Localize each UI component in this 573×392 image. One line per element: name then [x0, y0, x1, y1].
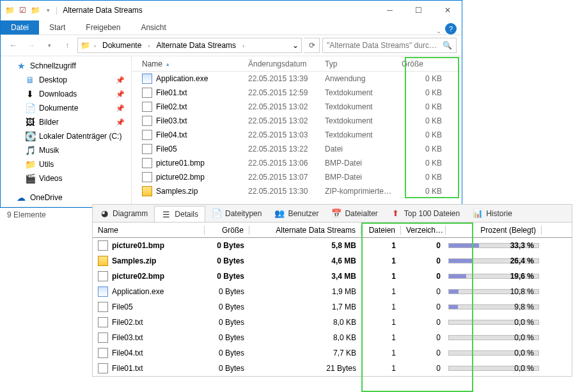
file-row[interactable]: picture02.bmp22.05.2015 13:07BMP-Datei0 … — [132, 170, 462, 184]
file-type: Textdokument — [321, 116, 398, 125]
sidebar-item-music[interactable]: 🎵Musik — [1, 143, 131, 157]
details-grid[interactable]: Name Größe Alternate Data Streams Dateie… — [93, 223, 572, 376]
bmp-icon — [142, 158, 152, 168]
maximize-button[interactable]: ☐ — [404, 1, 433, 20]
sidebar-item-utils[interactable]: 📁Utils — [1, 157, 131, 171]
users-icon: 👥 — [274, 208, 285, 219]
tab-start[interactable]: Start — [39, 20, 75, 35]
file-date: 22.05.2015 13:22 — [244, 145, 321, 153]
tab-filetypes[interactable]: 📄Dateitypen — [205, 206, 268, 221]
tab-file[interactable]: Datei — [1, 20, 39, 35]
refresh-button[interactable]: ⟳ — [304, 38, 320, 53]
file-row[interactable]: File02.txt22.05.2015 13:02Textdokument0 … — [132, 100, 462, 114]
row-ads: 5,8 MB — [249, 241, 361, 250]
row-pct: 0,0 % — [446, 349, 542, 357]
file-icon — [98, 302, 108, 312]
file-row[interactable]: Samples.zip22.05.2015 13:30ZIP-komprimie… — [132, 184, 462, 198]
exe-icon — [142, 74, 152, 84]
search-input[interactable]: 🔍 — [322, 38, 457, 53]
forward-button[interactable]: → — [24, 38, 39, 53]
column-type[interactable]: Typ — [321, 59, 398, 68]
sidebar-item-desktop[interactable]: 🖥Desktop📌 — [1, 73, 131, 87]
help-icon[interactable]: ? — [445, 23, 457, 35]
detail-row[interactable]: File01.txt0 Bytes21 Bytes100,0 % — [93, 361, 572, 376]
titlebar[interactable]: 📁 ☑ 📁 ▾ | Alternate Data Streams ─ ☐ ✕ — [1, 1, 462, 20]
search-field[interactable] — [327, 41, 443, 50]
breadcrumb[interactable]: 📁 › Dokumente › Alternate Data Streams ›… — [77, 38, 302, 53]
sidebar-item-onedrive[interactable]: ☁OneDrive — [1, 191, 131, 205]
file-size: 0 KB — [398, 159, 446, 168]
detail-row[interactable]: File03.txt0 Bytes8,0 KB100,0 % — [93, 330, 572, 345]
detail-row[interactable]: picture02.bmp0 Bytes3,4 MB1019,6 % — [93, 269, 572, 284]
col-pct[interactable]: Prozent (Belegt) — [446, 226, 542, 235]
minimize-button[interactable]: ─ — [375, 1, 404, 20]
breadcrumb-seg[interactable]: Alternate Data Streams — [153, 40, 239, 51]
properties-icon[interactable]: ☑ — [17, 5, 27, 15]
search-icon[interactable]: 🔍 — [443, 41, 452, 50]
recent-dropdown-icon[interactable]: ▾ — [42, 38, 57, 53]
column-size[interactable]: Größe — [398, 59, 446, 68]
detail-row[interactable]: File02.txt0 Bytes8,0 KB100,0 % — [93, 315, 572, 330]
col-name[interactable]: Name — [93, 226, 205, 235]
row-pct: 9,8 % — [446, 302, 542, 311]
detail-row[interactable]: Samples.zip0 Bytes4,6 MB1026,4 % — [93, 253, 572, 269]
col-size[interactable]: Größe — [205, 226, 249, 235]
row-files: 1 — [361, 333, 401, 342]
row-name: File01.txt — [112, 364, 143, 373]
up-button[interactable]: ↑ — [59, 38, 75, 53]
path-dropdown-icon[interactable]: ⌄ — [292, 41, 299, 50]
file-row[interactable]: picture01.bmp22.05.2015 13:06BMP-Datei0 … — [132, 156, 462, 170]
row-ads: 4,6 MB — [249, 256, 361, 265]
row-dirs: 0 — [401, 256, 446, 265]
sidebar-item-pictures[interactable]: 🖼Bilder📌 — [1, 115, 131, 129]
row-size: 0 Bytes — [205, 349, 249, 357]
col-dirs[interactable]: Verzeich… — [401, 226, 446, 235]
folder-icon: 📁 — [4, 5, 15, 15]
qat-dropdown-icon[interactable]: ▾ — [43, 5, 53, 15]
tab-age[interactable]: 📅Dateialter — [325, 206, 384, 221]
file-list[interactable]: Name▴ Änderungsdatum Typ Größe Applicati… — [132, 56, 462, 207]
file-row[interactable]: File04.txt22.05.2015 13:03Textdokument0 … — [132, 128, 462, 142]
column-date[interactable]: Änderungsdatum — [244, 59, 321, 68]
sidebar-item-videos[interactable]: 🎬Videos — [1, 171, 131, 185]
file-row[interactable]: File03.txt22.05.2015 13:02Textdokument0 … — [132, 114, 462, 128]
back-button[interactable]: ← — [6, 38, 21, 53]
column-name[interactable]: Name▴ — [138, 59, 244, 68]
file-type: BMP-Datei — [321, 159, 398, 168]
row-files: 1 — [361, 241, 401, 250]
tab-users[interactable]: 👥Benutzer — [268, 206, 325, 221]
sidebar-item-documents[interactable]: 📄Dokumente📌 — [1, 101, 131, 115]
detail-row[interactable]: File04.txt0 Bytes7,7 KB100,0 % — [93, 345, 572, 361]
row-dirs: 0 — [401, 302, 446, 311]
detail-row[interactable]: picture01.bmp0 Bytes5,8 MB1033,3 % — [93, 238, 572, 253]
breadcrumb-seg[interactable]: Dokumente — [100, 40, 144, 51]
new-folder-icon[interactable]: 📁 — [30, 5, 40, 15]
file-row[interactable]: File0522.05.2015 13:22Datei0 KB — [132, 142, 462, 156]
address-bar: ← → ▾ ↑ 📁 › Dokumente › Alternate Data S… — [1, 35, 462, 56]
row-pct: 26,4 % — [446, 256, 542, 265]
sidebar-item-localdisk[interactable]: 💽Lokaler Datenträger (C:) — [1, 129, 131, 143]
tab-view[interactable]: Ansicht — [130, 20, 176, 35]
file-row[interactable]: File01.txt22.05.2015 12:59Textdokument0 … — [132, 86, 462, 100]
tab-chart[interactable]: ◕Diagramm — [93, 206, 154, 221]
col-ads[interactable]: Alternate Data Streams — [249, 226, 361, 235]
sidebar-item-label: Desktop — [39, 75, 67, 84]
collapse-ribbon-icon[interactable]: ⌄ — [436, 27, 441, 35]
close-button[interactable]: ✕ — [433, 1, 462, 20]
detail-row[interactable]: Application.exe0 Bytes1,9 MB1010,8 % — [93, 284, 572, 299]
file-row[interactable]: Application.exe22.05.2015 13:39Anwendung… — [132, 72, 462, 86]
row-name: Application.exe — [112, 287, 164, 296]
navigation-pane[interactable]: ★Schnellzugriff 🖥Desktop📌 ⬇Downloads📌 📄D… — [1, 56, 132, 207]
sidebar-item-label: Musik — [39, 146, 59, 155]
tab-share[interactable]: Freigeben — [75, 20, 130, 35]
sidebar-item-downloads[interactable]: ⬇Downloads📌 — [1, 87, 131, 101]
sidebar-item-quickaccess[interactable]: ★Schnellzugriff — [1, 59, 131, 73]
row-pct: 0,0 % — [446, 364, 542, 373]
folder-icon: 📁 — [81, 41, 90, 50]
pin-icon: 📌 — [116, 90, 125, 98]
tab-details[interactable]: ☰Details — [154, 206, 205, 222]
tab-top100[interactable]: ⬆Top 100 Dateien — [384, 206, 466, 221]
col-files[interactable]: Dateien — [361, 226, 401, 235]
detail-row[interactable]: File050 Bytes1,7 MB109,8 % — [93, 299, 572, 315]
tab-history[interactable]: 📊Historie — [466, 206, 519, 221]
